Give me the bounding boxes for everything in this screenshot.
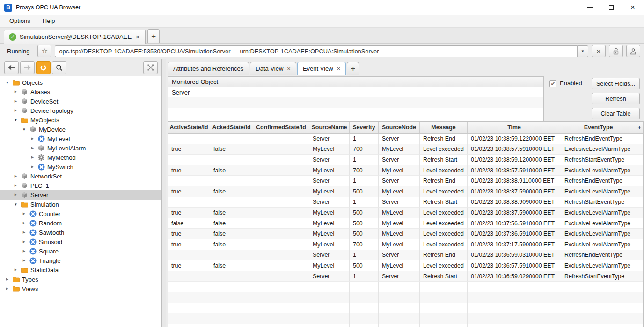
- expand-arrow-icon[interactable]: ▶: [29, 146, 37, 150]
- security-settings-button[interactable]: [609, 45, 623, 57]
- expand-panel-button[interactable]: [143, 61, 158, 74]
- new-connection-tab-button[interactable]: +: [147, 29, 160, 43]
- collapse-arrow-icon[interactable]: ▼: [12, 118, 20, 122]
- tree-item-counter[interactable]: ▶Counter: [0, 209, 161, 218]
- expand-arrow-icon[interactable]: ▶: [20, 230, 28, 234]
- tree-item-mydevice[interactable]: ▼MyDevice: [0, 125, 161, 134]
- menu-help[interactable]: Help: [37, 15, 61, 27]
- table-row[interactable]: truefalseMyLevel500MyLevelLevel exceeded…: [168, 208, 643, 218]
- table-row[interactable]: truefalseMyLevel500MyLevelLevel exceeded…: [168, 186, 643, 197]
- column-header-sourcenode[interactable]: SourceNode: [379, 122, 420, 133]
- menu-options[interactable]: Options: [3, 15, 37, 27]
- panel-splitter[interactable]: [162, 59, 166, 327]
- expand-arrow-icon[interactable]: ▶: [20, 240, 28, 244]
- favorite-button[interactable]: ☆: [37, 45, 51, 57]
- table-row[interactable]: truefalseMyLevel700MyLevelLevel exceeded…: [168, 165, 643, 176]
- tree-item-types[interactable]: ▶Types: [0, 275, 161, 284]
- tree-item-sawtooth[interactable]: ▶Sawtooth: [0, 228, 161, 237]
- tree-item-devicetopology[interactable]: ▶DeviceTopology: [0, 106, 161, 115]
- tree-item-objects[interactable]: ▼Objects: [0, 78, 161, 87]
- table-row[interactable]: truefalseMyLevel700MyLevelLevel exceeded…: [168, 239, 643, 250]
- select-fields-button[interactable]: Select Fields...: [592, 78, 640, 89]
- enabled-checkbox[interactable]: ✔: [549, 80, 556, 87]
- column-header-severity[interactable]: Severity: [350, 122, 379, 133]
- back-button[interactable]: [4, 61, 19, 74]
- column-header-sourcename[interactable]: SourceName: [309, 122, 350, 133]
- expand-arrow-icon[interactable]: ▶: [12, 268, 20, 272]
- column-header-eventtype[interactable]: EventType: [561, 122, 636, 133]
- tab-attributes-and-references[interactable]: Attributes and References: [168, 62, 249, 75]
- refresh-button[interactable]: Refresh: [592, 93, 640, 104]
- tab-data-view[interactable]: Data View×: [250, 62, 296, 75]
- expand-arrow-icon[interactable]: ▶: [29, 137, 37, 141]
- tree-item-sinusoid[interactable]: ▶Sinusoid: [0, 237, 161, 246]
- expand-arrow-icon[interactable]: ▶: [20, 212, 28, 216]
- table-row[interactable]: Server1ServerRefresh Start01/02/23 10:36…: [168, 271, 643, 282]
- expand-arrow-icon[interactable]: ▶: [12, 99, 20, 103]
- expand-arrow-icon[interactable]: ▶: [29, 156, 37, 159]
- address-input[interactable]: opc.tcp://DESKTOP-1CADAEE:53530/OPCUA/Si…: [55, 45, 577, 57]
- tree-item-myswitch[interactable]: ▶MySwitch: [0, 162, 161, 171]
- tree-item-square[interactable]: ▶Square: [0, 246, 161, 256]
- expand-arrow-icon[interactable]: ▶: [3, 287, 11, 290]
- expand-arrow-icon[interactable]: ▶: [20, 259, 28, 262]
- maximize-button[interactable]: [600, 0, 622, 15]
- disconnect-button[interactable]: ×: [592, 45, 606, 57]
- monitor-toggle-button[interactable]: [36, 61, 51, 74]
- expand-arrow-icon[interactable]: ▶: [12, 193, 20, 197]
- expand-arrow-icon[interactable]: ▶: [12, 184, 20, 187]
- expand-arrow-icon[interactable]: ▶: [12, 90, 20, 94]
- tree-item-aliases[interactable]: ▶Aliases: [0, 87, 161, 97]
- tree-item-plc-1[interactable]: ▶PLC_1: [0, 181, 161, 190]
- address-dropdown-button[interactable]: ▼: [577, 45, 588, 57]
- table-row[interactable]: truefalseMyLevel700MyLevelLevel exceeded…: [168, 144, 643, 155]
- search-button[interactable]: [52, 61, 66, 74]
- table-row[interactable]: Server1ServerRefresh End01/02/23 10:36:5…: [168, 250, 643, 261]
- table-row[interactable]: truefalseMyLevel500MyLevelLevel exceeded…: [168, 229, 643, 239]
- table-menu-button[interactable]: +: [636, 122, 643, 133]
- tab-event-view[interactable]: Event View×: [297, 62, 346, 75]
- user-identity-button[interactable]: [626, 45, 640, 57]
- expand-arrow-icon[interactable]: ▶: [29, 165, 37, 169]
- column-header-ackedstate-id[interactable]: AckedState/Id: [210, 122, 253, 133]
- column-header-message[interactable]: Message: [420, 122, 468, 133]
- close-button[interactable]: ×: [622, 0, 644, 15]
- expand-arrow-icon[interactable]: ▶: [12, 109, 20, 112]
- tree-item-deviceset[interactable]: ▶DeviceSet: [0, 97, 161, 106]
- tab-close-icon[interactable]: ×: [287, 65, 291, 72]
- expand-arrow-icon[interactable]: ▶: [20, 249, 28, 253]
- tree-item-networkset[interactable]: ▶NetworkSet: [0, 171, 161, 181]
- column-header-activestate-id[interactable]: ActiveState/Id: [168, 122, 210, 133]
- table-row[interactable]: Server1ServerRefresh Start01/02/23 10:38…: [168, 155, 643, 165]
- tree-item-mymethod[interactable]: ▶MyMethod: [0, 153, 161, 162]
- expand-arrow-icon[interactable]: ▶: [3, 277, 11, 281]
- table-row[interactable]: Server1ServerRefresh End01/02/23 10:38:5…: [168, 134, 643, 144]
- column-header-confirmedstate-id[interactable]: ConfirmedState/Id: [253, 122, 309, 133]
- table-row[interactable]: falsefalseMyLevel500MyLevelLevel exceede…: [168, 218, 643, 229]
- tree-item-staticdata[interactable]: ▶StaticData: [0, 265, 161, 275]
- collapse-arrow-icon[interactable]: ▼: [3, 81, 11, 85]
- collapse-arrow-icon[interactable]: ▼: [12, 202, 20, 207]
- connection-tab[interactable]: ✓ SimulationServer@DESKTOP-1CADAEE ×: [4, 30, 146, 44]
- collapse-arrow-icon[interactable]: ▼: [20, 127, 28, 132]
- connection-tab-close-icon[interactable]: ×: [135, 33, 140, 41]
- tree-item-triangle[interactable]: ▶Triangle: [0, 256, 161, 265]
- expand-arrow-icon[interactable]: ▶: [12, 174, 20, 178]
- new-view-tab-button[interactable]: +: [347, 62, 359, 75]
- table-row[interactable]: Server1ServerRefresh Start01/02/23 10:38…: [168, 197, 643, 208]
- tree-item-mylevelalarm[interactable]: ▶MyLevelAlarm: [0, 143, 161, 153]
- monitored-object-item[interactable]: Server: [168, 87, 543, 97]
- table-row[interactable]: Server1ServerRefresh End01/02/23 10:38:3…: [168, 176, 643, 186]
- expand-arrow-icon[interactable]: ▶: [20, 221, 28, 225]
- tab-close-icon[interactable]: ×: [337, 65, 341, 72]
- column-header-time[interactable]: Time: [468, 122, 561, 133]
- table-row[interactable]: truefalseMyLevel500MyLevelLevel exceeded…: [168, 260, 643, 271]
- tree-item-random[interactable]: ▶Random: [0, 218, 161, 228]
- tree-item-server[interactable]: ▶Server: [0, 190, 161, 200]
- tree-item-myobjects[interactable]: ▼MyObjects: [0, 115, 161, 125]
- tree-item-simulation[interactable]: ▼Simulation: [0, 200, 161, 209]
- tree-item-mylevel[interactable]: ▶MyLevel: [0, 134, 161, 143]
- tree-item-views[interactable]: ▶Views: [0, 284, 161, 293]
- clear-table-button[interactable]: Clear Table: [592, 108, 640, 119]
- forward-button[interactable]: [20, 61, 35, 74]
